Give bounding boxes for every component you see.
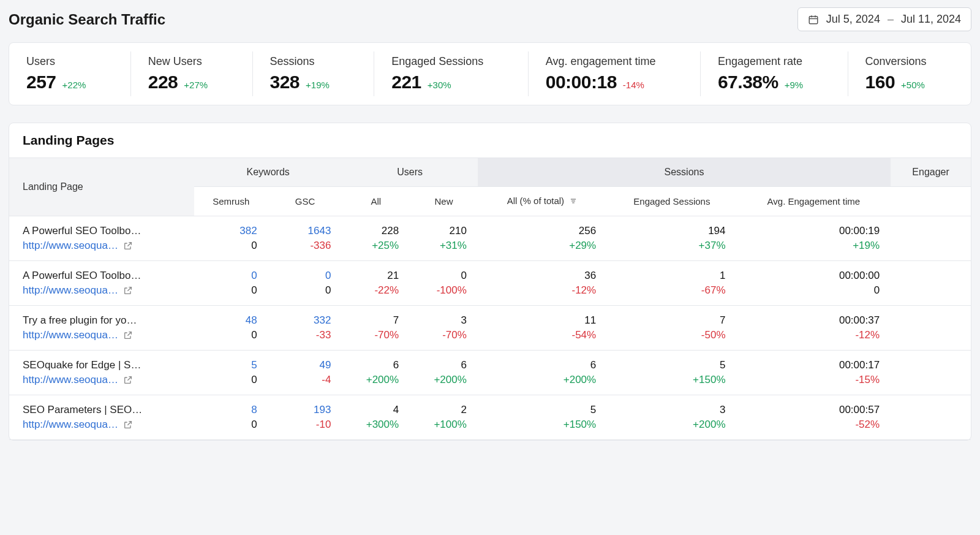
table-cell: 7-50% [607, 305, 736, 350]
table-cell: 332-33 [268, 305, 342, 350]
landing-page-url[interactable]: http://www.seoqua… [23, 284, 118, 297]
metric-label: Engagement rate [718, 55, 831, 68]
metric-value: 00:00:18 [546, 72, 617, 93]
table-cell: 1643-336 [268, 216, 342, 260]
section-title: Landing Pages [9, 123, 971, 157]
col-users-new[interactable]: New [410, 187, 478, 216]
table-cell [891, 216, 971, 260]
table-cell: 00:00:37-12% [737, 305, 891, 350]
col-gsc[interactable]: GSC [268, 187, 342, 216]
table-cell: 00:00:000 [737, 260, 891, 305]
landing-page-title[interactable]: A Powerful SEO Toolbo… [23, 225, 182, 237]
metric-value: 257 [26, 72, 56, 93]
metric-card[interactable]: Engagement rate67.38%+9% [701, 51, 848, 96]
date-to: Jul 11, 2024 [901, 13, 961, 26]
landing-pages-card: Landing Pages Landing Page Keywords User… [9, 123, 971, 441]
landing-page-title[interactable]: A Powerful SEO Toolbo… [23, 270, 182, 282]
col-avg-eng-time[interactable]: Avg. Engagement time [737, 187, 891, 216]
table-cell: 00:00:57-52% [737, 395, 891, 439]
table-cell: 50 [194, 350, 268, 395]
landing-page-title[interactable]: SEO Parameters | SEO… [23, 404, 182, 416]
table-cell: 256+29% [478, 216, 607, 260]
external-link-icon[interactable] [123, 330, 133, 340]
table-cell: 210+31% [410, 216, 478, 260]
landing-page-title[interactable]: SEOquake for Edge | S… [23, 359, 182, 371]
col-engaged-sessions[interactable]: Engaged Sessions [607, 187, 736, 216]
landing-page-url[interactable]: http://www.seoqua… [23, 240, 118, 252]
col-semrush[interactable]: Semrush [194, 187, 268, 216]
table-cell: 0-100% [410, 260, 478, 305]
col-users-all[interactable]: All [342, 187, 410, 216]
external-link-icon[interactable] [123, 286, 133, 295]
metric-card[interactable]: Conversions160+50% [848, 51, 971, 96]
metric-card[interactable]: Sessions328+19% [253, 51, 375, 96]
table-cell: 4+300% [342, 395, 410, 439]
date-from: Jul 5, 2024 [826, 13, 880, 26]
landing-page-cell: A Powerful SEO Toolbo…http://www.seoqua… [9, 216, 194, 260]
table-cell: 00:00:17-15% [737, 350, 891, 395]
table-row: A Powerful SEO Toolbo…http://www.seoqua…… [9, 216, 971, 260]
table-row: Try a free plugin for yo…http://www.seoq… [9, 305, 971, 350]
table-row: A Powerful SEO Toolbo…http://www.seoqua…… [9, 260, 971, 305]
table-cell: 3-70% [410, 305, 478, 350]
landing-pages-table: Landing Page Keywords Users Sessions Eng… [9, 157, 971, 440]
metric-label: Avg. engagement time [546, 55, 683, 68]
external-link-icon[interactable] [123, 420, 133, 430]
table-cell: 80 [194, 395, 268, 439]
metric-delta: +27% [184, 80, 208, 90]
metric-card[interactable]: New Users228+27% [131, 51, 253, 96]
table-cell: 00 [268, 260, 342, 305]
table-row: SEOquake for Edge | S…http://www.seoqua…… [9, 350, 971, 395]
table-cell: 1-67% [607, 260, 736, 305]
metric-delta: +9% [785, 80, 803, 90]
metric-card[interactable]: Engaged Sessions221+30% [374, 51, 529, 96]
col-engagement-extra[interactable] [891, 187, 971, 216]
table-cell: 2+100% [410, 395, 478, 439]
landing-page-title[interactable]: Try a free plugin for yo… [23, 314, 182, 327]
metric-delta: +22% [62, 80, 86, 90]
table-cell: 11-54% [478, 305, 607, 350]
sort-icon [569, 197, 578, 207]
metric-value: 160 [865, 72, 895, 93]
external-link-icon[interactable] [123, 241, 133, 251]
metric-value: 328 [270, 72, 300, 93]
landing-page-cell: A Powerful SEO Toolbo…http://www.seoqua… [9, 260, 194, 305]
table-cell: 3+200% [607, 395, 736, 439]
metric-value: 67.38% [718, 72, 778, 93]
landing-page-url[interactable]: http://www.seoqua… [23, 329, 118, 341]
metric-label: Users [26, 55, 113, 68]
landing-page-url[interactable]: http://www.seoqua… [23, 419, 118, 431]
table-cell: 6+200% [342, 350, 410, 395]
table-cell [891, 350, 971, 395]
metric-label: Engaged Sessions [391, 55, 511, 68]
external-link-icon[interactable] [123, 375, 133, 385]
metric-label: Conversions [865, 55, 954, 68]
date-range-picker[interactable]: Jul 5, 2024 – Jul 11, 2024 [797, 7, 971, 31]
calendar-icon [808, 14, 819, 25]
landing-page-cell: Try a free plugin for yo…http://www.seoq… [9, 305, 194, 350]
colgroup-engagement: Engager [891, 158, 971, 187]
col-sessions-all[interactable]: All (% of total) [478, 187, 607, 216]
svg-rect-0 [809, 16, 818, 23]
colgroup-users: Users [342, 158, 477, 187]
landing-page-cell: SEOquake for Edge | S…http://www.seoqua… [9, 350, 194, 395]
table-cell: 00:00:19+19% [737, 216, 891, 260]
table-cell [891, 395, 971, 439]
table-cell: 194+37% [607, 216, 736, 260]
landing-page-cell: SEO Parameters | SEO…http://www.seoqua… [9, 395, 194, 439]
col-landing-page[interactable]: Landing Page [9, 158, 194, 216]
table-cell: 5+150% [607, 350, 736, 395]
landing-page-url[interactable]: http://www.seoqua… [23, 374, 118, 386]
table-cell [891, 305, 971, 350]
page-title: Organic Search Traffic [9, 11, 165, 28]
metric-card[interactable]: Users257+22% [9, 51, 131, 96]
table-cell: 6+200% [410, 350, 478, 395]
metric-card[interactable]: Avg. engagement time00:00:18-14% [529, 51, 701, 96]
table-cell: 36-12% [478, 260, 607, 305]
table-row: SEO Parameters | SEO…http://www.seoqua…8… [9, 395, 971, 439]
colgroup-keywords: Keywords [194, 158, 342, 187]
metric-delta: -14% [623, 80, 644, 90]
metric-label: New Users [148, 55, 235, 68]
metric-label: Sessions [270, 55, 357, 68]
table-cell: 228+25% [342, 216, 410, 260]
